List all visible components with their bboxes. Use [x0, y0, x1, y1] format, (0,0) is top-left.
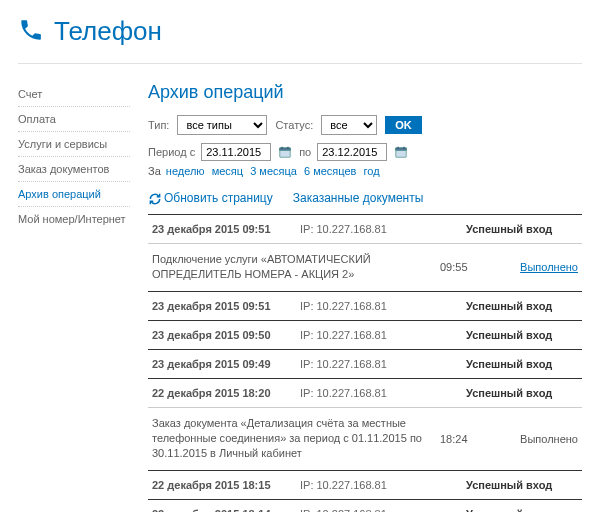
phone-icon [18, 17, 44, 46]
login-row: 23 декабря 2015 09:49IP: 10.227.168.81Ус… [148, 349, 582, 378]
sidebar-item-4[interactable]: Архив операций [18, 182, 130, 207]
login-row: 23 декабря 2015 09:51IP: 10.227.168.81Ус… [148, 291, 582, 320]
quick-range: За неделю месяц 3 месяца 6 месяцев год [148, 165, 582, 177]
row-status: Успешный вход [438, 358, 578, 370]
detail-row: Заказ документа «Детализация счёта за ме… [148, 407, 582, 470]
calendar-from-icon[interactable] [277, 144, 293, 160]
filter-bar: Тип: все типы Статус: все OK [148, 115, 582, 135]
quick-link-3[interactable]: 6 месяцев [304, 165, 356, 177]
operations-list: 23 декабря 2015 09:51IP: 10.227.168.81Ус… [148, 214, 582, 512]
date-from-input[interactable] [201, 143, 271, 161]
page-title: Телефон [54, 16, 162, 47]
quick-link-2[interactable]: 3 месяца [250, 165, 297, 177]
row-ip: IP: 10.227.168.81 [300, 387, 430, 399]
row-ip: IP: 10.227.168.81 [300, 329, 430, 341]
page-header: Телефон [18, 10, 582, 64]
refresh-icon [148, 192, 162, 206]
detail-row: Подключение услуги «АВТОМАТИЧЕСКИЙ ОПРЕД… [148, 243, 582, 291]
ok-button[interactable]: OK [385, 116, 422, 134]
period-from-label: Период с [148, 146, 195, 158]
login-row: 22 декабря 2015 18:15IP: 10.227.168.81Ус… [148, 470, 582, 499]
login-row: 22 декабря 2015 18:20IP: 10.227.168.81Ус… [148, 378, 582, 407]
svg-rect-1 [280, 148, 291, 150]
sidebar: СчетОплатаУслуги и сервисыЗаказ документ… [18, 82, 130, 512]
row-status: Успешный вход [438, 223, 578, 235]
quick-link-1[interactable]: месяц [212, 165, 243, 177]
detail-result: Выполнено [488, 433, 578, 445]
detail-time: 09:55 [440, 261, 480, 273]
row-status: Успешный вход [438, 508, 578, 512]
row-datetime: 22 декабря 2015 18:14 [152, 508, 292, 512]
login-row: 22 декабря 2015 18:14IP: 10.227.168.81Ус… [148, 499, 582, 512]
detail-desc: Подключение услуги «АВТОМАТИЧЕСКИЙ ОПРЕД… [152, 252, 432, 283]
status-select[interactable]: все [321, 115, 377, 135]
row-status: Успешный вход [438, 387, 578, 399]
quick-link-0[interactable]: неделю [166, 165, 205, 177]
detail-time: 18:24 [440, 433, 480, 445]
sidebar-item-3[interactable]: Заказ документов [18, 157, 130, 182]
type-label: Тип: [148, 119, 169, 131]
type-select[interactable]: все типы [177, 115, 267, 135]
quick-link-4[interactable]: год [364, 165, 380, 177]
row-datetime: 22 декабря 2015 18:20 [152, 387, 292, 399]
date-to-input[interactable] [317, 143, 387, 161]
sidebar-item-2[interactable]: Услуги и сервисы [18, 132, 130, 157]
refresh-link[interactable]: Обновить страницу [148, 191, 273, 206]
sidebar-item-0[interactable]: Счет [18, 82, 130, 107]
row-datetime: 23 декабря 2015 09:51 [152, 300, 292, 312]
row-datetime: 22 декабря 2015 18:15 [152, 479, 292, 491]
row-ip: IP: 10.227.168.81 [300, 508, 430, 512]
ordered-docs-link[interactable]: Заказанные документы [293, 191, 424, 205]
svg-rect-5 [396, 148, 407, 150]
period-to-label: по [299, 146, 311, 158]
row-ip: IP: 10.227.168.81 [300, 479, 430, 491]
row-datetime: 23 декабря 2015 09:49 [152, 358, 292, 370]
login-row: 23 декабря 2015 09:50IP: 10.227.168.81Ус… [148, 320, 582, 349]
content-heading: Архив операций [148, 82, 582, 103]
detail-result[interactable]: Выполнено [488, 261, 578, 273]
row-datetime: 23 декабря 2015 09:51 [152, 223, 292, 235]
row-status: Успешный вход [438, 329, 578, 341]
login-row: 23 декабря 2015 09:51IP: 10.227.168.81Ус… [148, 214, 582, 243]
status-label: Статус: [275, 119, 313, 131]
calendar-to-icon[interactable] [393, 144, 409, 160]
sidebar-item-5[interactable]: Мой номер/Интернет [18, 207, 130, 231]
row-ip: IP: 10.227.168.81 [300, 300, 430, 312]
actions-row: Обновить страницу Заказанные документы [148, 191, 582, 206]
row-ip: IP: 10.227.168.81 [300, 223, 430, 235]
main-content: Архив операций Тип: все типы Статус: все… [148, 82, 582, 512]
row-status: Успешный вход [438, 479, 578, 491]
row-ip: IP: 10.227.168.81 [300, 358, 430, 370]
detail-desc: Заказ документа «Детализация счёта за ме… [152, 416, 432, 462]
sidebar-item-1[interactable]: Оплата [18, 107, 130, 132]
period-row: Период с по [148, 143, 582, 161]
row-datetime: 23 декабря 2015 09:50 [152, 329, 292, 341]
row-status: Успешный вход [438, 300, 578, 312]
